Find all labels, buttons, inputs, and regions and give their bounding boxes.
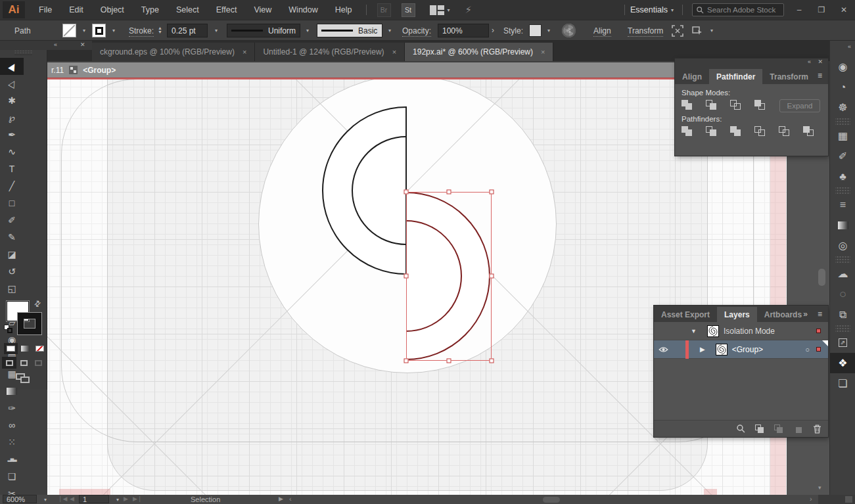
panel-tab-transform[interactable]: Transform [762, 69, 816, 84]
scroll-down-icon[interactable]: ▾ [818, 484, 821, 491]
chevron-down-icon[interactable]: ▾ [547, 28, 550, 34]
panel-tab-asset-export[interactable]: Asset Export [654, 307, 717, 322]
tool-column-graph[interactable]: ▂▅▃ [0, 451, 24, 468]
chevron-down-icon[interactable]: ▾ [306, 28, 309, 34]
dock-icon-separator-3[interactable] [835, 256, 850, 263]
align-link[interactable]: Align [593, 26, 611, 37]
pathfinder-divide[interactable] [682, 126, 695, 137]
menu-edit[interactable]: Edit [60, 5, 92, 14]
tool-paintbrush[interactable]: ✐ [0, 212, 24, 229]
chevron-down-icon[interactable]: ▾ [112, 28, 115, 34]
tool-lasso[interactable]: ℘ [0, 109, 24, 126]
dock-icon-color-themes[interactable]: ☸ [830, 97, 855, 118]
chevron-down-icon[interactable]: ▾ [116, 497, 119, 503]
chevron-down-icon[interactable]: ▾ [44, 497, 47, 503]
next-artboard-icon[interactable]: ▶ [124, 495, 128, 502]
bridge-icon[interactable]: Br [377, 3, 391, 17]
selection-handle[interactable] [404, 190, 409, 195]
dock-icon-brushes[interactable]: ✐ [830, 146, 855, 166]
dock-icon-stroke[interactable]: ≡ [830, 195, 855, 215]
menu-select[interactable]: Select [168, 5, 208, 14]
layer-row-isolation[interactable]: ▼ Isolation Mode [654, 322, 828, 340]
layer-row-group[interactable]: ▶ <Group> ○ [654, 340, 828, 359]
chevron-down-icon[interactable]: ▾ [388, 28, 391, 34]
fill-swatch[interactable] [62, 24, 76, 37]
dock-icon-separator-1[interactable] [835, 118, 850, 126]
dock-icon-swatches[interactable]: ▦ [830, 126, 855, 146]
select-similar-icon[interactable] [691, 25, 703, 37]
selection-handle[interactable] [490, 274, 494, 279]
none-button[interactable] [33, 343, 47, 354]
selection-handle[interactable] [447, 359, 451, 363]
dock-icon-color[interactable]: ◉ [830, 57, 855, 77]
exit-isolation-icon[interactable] [69, 66, 78, 74]
default-fill-stroke-icon[interactable] [4, 325, 14, 335]
chevron-right-icon[interactable]: › [492, 26, 494, 35]
menu-type[interactable]: Type [133, 5, 168, 14]
menu-view[interactable]: View [245, 5, 280, 14]
panel-menu-icon[interactable]: ≡ [818, 71, 823, 80]
pathfinder-merge[interactable] [730, 126, 743, 137]
shape-mode-exclude[interactable] [754, 100, 768, 110]
dock-icon-artboards-mini[interactable]: ⧉ [830, 304, 855, 325]
selection-handle[interactable] [490, 359, 494, 363]
tool-shaper[interactable]: ✎ [0, 229, 24, 246]
collapse-panel-icon[interactable]: « [808, 58, 811, 65]
gpu-performance-icon[interactable]: ⚡ [465, 4, 473, 16]
restore-button[interactable]: ❐ [810, 2, 833, 18]
chevron-down-icon[interactable]: ▾ [448, 7, 450, 13]
new-layer-icon[interactable] [793, 424, 803, 434]
transform-link[interactable]: Transform [628, 26, 663, 37]
chevron-down-icon[interactable]: ▼ [691, 328, 697, 334]
expand-panel-icon[interactable]: » [803, 309, 808, 319]
scroll-right-icon[interactable]: › [810, 495, 812, 503]
recolor-artwork-icon[interactable] [562, 24, 576, 37]
style-swatch[interactable] [529, 24, 542, 37]
document-tab-doc-192px[interactable]: 192px.ai* @ 600% (RGB/Preview)× [405, 43, 553, 61]
target-circle-icon[interactable]: ○ [805, 346, 810, 354]
scroll-left-icon[interactable]: ‹ [289, 495, 292, 503]
tool-type[interactable]: T [0, 160, 24, 177]
collapse-dock-icon[interactable]: « [848, 43, 851, 50]
collapse-panel-icon[interactable]: « [54, 41, 57, 48]
menu-effect[interactable]: Effect [208, 5, 246, 14]
isolate-selection-icon[interactable] [672, 25, 683, 37]
dock-icon-separator-4[interactable] [835, 325, 850, 332]
minimize-button[interactable]: – [788, 2, 810, 18]
dock-icon-symbols[interactable]: ♣ [830, 166, 855, 187]
previous-artboard-icon[interactable]: ◀ [70, 495, 74, 502]
first-artboard-icon[interactable]: ❘◀ [58, 495, 67, 502]
pathfinder-trim[interactable] [706, 126, 719, 137]
chevron-down-icon[interactable]: ▾ [83, 28, 85, 34]
shape-mode-minus-front[interactable] [706, 100, 719, 110]
zoom-level-field[interactable]: 600% [3, 495, 37, 503]
chevron-down-icon[interactable]: ▾ [215, 28, 218, 34]
tool-rectangle[interactable]: □ [0, 195, 24, 212]
document-tab-doc-untitled[interactable]: Untitled-1 @ 124% (RGB/Preview)× [255, 43, 405, 61]
menu-file[interactable]: File [30, 5, 60, 14]
close-panel-icon[interactable]: ✕ [80, 41, 85, 48]
draw-normal-button[interactable] [2, 357, 16, 369]
shape-mode-unite[interactable] [682, 100, 695, 110]
panel-tab-align[interactable]: Align [675, 69, 709, 84]
draw-behind-button[interactable] [16, 357, 31, 369]
dock-icon-separator-2[interactable] [835, 187, 850, 195]
stock-icon[interactable]: St [402, 3, 415, 17]
dock-icon-asset-export[interactable]: ⇗ [830, 332, 855, 353]
tool-line-segment[interactable]: ╱ [0, 177, 24, 195]
stroke-link[interactable]: Stroke: [129, 26, 154, 37]
draw-inside-button[interactable] [31, 357, 45, 369]
dock-icon-color-guide[interactable]: ◔ [830, 77, 855, 97]
close-panel-icon[interactable]: ✕ [818, 58, 823, 65]
panel-tab-layers[interactable]: Layers [717, 307, 757, 322]
document-tab-doc-background[interactable]: ckground.eps @ 100% (RGB/Preview)× [92, 43, 255, 61]
tool-selection[interactable]: ▶ [0, 58, 24, 75]
shape-mode-intersect[interactable] [730, 100, 743, 110]
last-artboard-icon[interactable]: ▶❘ [133, 495, 142, 502]
stroke-weight-field[interactable]: 0.25 pt [167, 24, 208, 37]
pathfinder-outline[interactable] [779, 126, 792, 137]
make-clipping-mask-icon[interactable] [754, 424, 765, 434]
tool-curvature[interactable]: ∿ [0, 143, 24, 160]
menu-window[interactable]: Window [280, 5, 326, 14]
tool-scale[interactable]: ◱ [0, 280, 24, 297]
